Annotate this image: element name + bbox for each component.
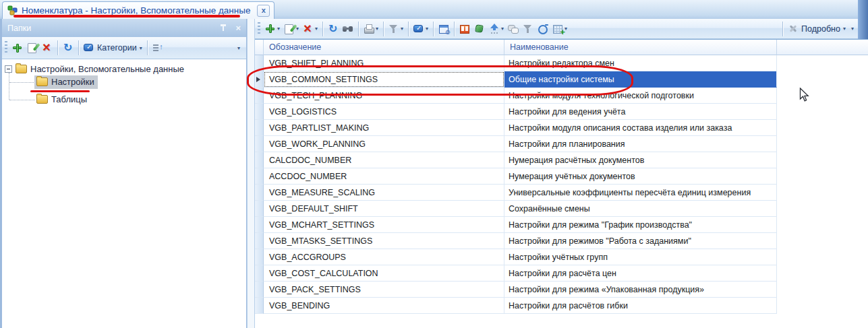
cell-name[interactable]: Настройки редактора смен [504, 55, 777, 71]
row-indicator [255, 152, 264, 168]
cell-code[interactable]: VGB_LOGISTICS [264, 104, 504, 120]
table-row[interactable]: VGB_PACK_SETTINGSНастройки для режима «У… [255, 282, 868, 298]
cell-code[interactable]: VGB_WORK_PLANNING [264, 136, 504, 152]
cell-name[interactable]: Настройки учётных групп [504, 249, 777, 265]
print-button[interactable]: ▾ [361, 21, 380, 37]
table-row[interactable]: VGB_TECH_PLANNINGНастройки модуля технол… [255, 88, 868, 104]
cell-name[interactable]: Универсальные коэффициенты пересчёта еди… [504, 185, 777, 201]
cell-code[interactable]: VGB_MTASKS_SETTINGS [264, 233, 504, 249]
apply-button[interactable] [472, 21, 487, 37]
cell-code[interactable]: VGB_PARTLIST_MAKING [264, 120, 504, 136]
add-button[interactable]: ▾ [263, 21, 282, 37]
focused-row-arrow-icon [256, 77, 260, 82]
table-row[interactable]: VGB_MCHART_SETTINGSНастройки для режима … [255, 217, 868, 233]
filter-button[interactable]: ▾ [386, 21, 405, 37]
panel-splitter[interactable] [247, 19, 255, 328]
row-indicator [255, 201, 264, 217]
cell-name[interactable]: Сохранённые смены [504, 201, 777, 217]
card-view-button[interactable] [457, 21, 472, 37]
indicator-header [255, 40, 264, 55]
table-row[interactable]: VGB_MEASURE_SCALINGУниверсальные коэффиц… [255, 185, 868, 201]
edit-button[interactable] [25, 40, 40, 56]
cell-code[interactable]: VGB_BENDING [264, 298, 504, 314]
table-row[interactable]: VGB_MTASKS_SETTINGSНастройки для режимов… [255, 233, 868, 249]
column-header-name[interactable]: Наименование [504, 40, 777, 55]
cell-code[interactable]: VGB_TECH_PLANNING [264, 88, 504, 104]
refresh-button[interactable] [326, 21, 341, 37]
tree-item[interactable]: Настройки [34, 75, 98, 89]
panel-close-icon[interactable]: × [235, 24, 241, 32]
cell-code[interactable]: VGB_PACK_SETTINGS [264, 282, 504, 298]
toolbar-overflow-button[interactable]: ▾ [848, 21, 856, 37]
edit-button[interactable]: ▾ [282, 21, 301, 37]
export-button[interactable]: ▾ [487, 21, 506, 37]
cell-name[interactable]: Настройки для планирования [504, 136, 777, 152]
cell-code[interactable]: VGB_MCHART_SETTINGS [264, 217, 504, 233]
cell-code[interactable]: VGB_COST_CALCULATION [264, 265, 504, 282]
table-row[interactable]: VGB_SHIFT_PLANNINGНастройки редактора см… [255, 55, 868, 71]
table-row[interactable]: CALCDOC_NUMBERНумерация расчётных докуме… [255, 152, 868, 168]
pin-icon[interactable] [219, 24, 227, 33]
categories-button[interactable]: ▾ [411, 21, 430, 37]
detail-button[interactable]: Подробно ▾ [786, 21, 848, 37]
comments-button[interactable] [506, 21, 521, 37]
tree-item[interactable]: Таблицы [34, 93, 90, 106]
cell-name[interactable]: Настройки для режимов "Работа с заданиям… [504, 233, 777, 249]
table-row[interactable]: ACCDOC_NUMBERНумерация учётных документо… [255, 168, 868, 185]
column-filter-button[interactable] [521, 21, 536, 37]
cell-code[interactable]: CALCDOC_NUMBER [264, 152, 504, 168]
search-button[interactable] [341, 21, 355, 37]
table-row[interactable]: VGB_COST_CALCULATIONНастройки для расчёт… [255, 265, 868, 282]
table-row[interactable]: VGB_BENDINGНастройки для расчётов гибки [255, 298, 868, 314]
tab-strip: Номенклатура - Настройки, Вспомогательны… [0, 0, 868, 20]
cell-name[interactable]: Настройки для расчётов гибки [504, 298, 777, 314]
cell-name[interactable]: Нумерация учётных документов [504, 168, 777, 185]
column-header-code[interactable]: Обозначение [264, 40, 504, 55]
row-filler [777, 265, 868, 282]
table-row[interactable]: VGB_DEFAULT_SHIFTСохранённые смены [255, 201, 868, 217]
toolbar-grip[interactable] [258, 22, 260, 36]
application-window: Номенклатура - Настройки, Вспомогательны… [0, 0, 868, 328]
cell-name[interactable]: Настройки для ведения учёта [504, 104, 777, 120]
tree-root-item[interactable]: Настройки, Вспомогательные данные [5, 64, 184, 74]
cell-name[interactable]: Настройки модуля описания состава издели… [504, 120, 777, 136]
add-table-button[interactable]: ▾ [550, 21, 569, 37]
cell-name[interactable]: Настройки для режима «Упакованная продук… [504, 282, 777, 298]
cell-name[interactable]: Настройки для режима "График производств… [504, 217, 777, 233]
tab-close-button[interactable]: x [257, 5, 270, 17]
cell-code[interactable]: VGB_COMMON_SETTINGS [264, 71, 504, 88]
folders-panel-header: Папки × [2, 19, 246, 37]
cell-name[interactable]: Общие настройки системы [504, 71, 777, 88]
table-row[interactable]: VGB_COMMON_SETTINGSОбщие настройки систе… [255, 71, 868, 88]
cell-name[interactable]: Нумерация расчётных документов [504, 152, 777, 168]
timer-button[interactable] [536, 21, 550, 37]
add-button[interactable] [10, 40, 25, 56]
cell-code[interactable]: VGB_MEASURE_SCALING [264, 185, 504, 201]
cell-code[interactable]: VGB_SHIFT_PLANNING [264, 55, 504, 71]
document-tab[interactable]: Номенклатура - Настройки, Вспомогательны… [2, 1, 274, 19]
chevron-down-icon: ▾ [843, 26, 846, 32]
categories-button[interactable]: Категории ▾ [82, 40, 144, 56]
delete-button[interactable] [40, 40, 55, 56]
table-row[interactable]: VGB_PARTLIST_MAKINGНастройки модуля опис… [255, 120, 868, 136]
cell-code[interactable]: ACCDOC_NUMBER [264, 168, 504, 185]
cell-name[interactable]: Настройки модуля технологической подгото… [504, 88, 777, 104]
detail-label: Подробно [801, 24, 840, 34]
cell-code[interactable]: VGB_ACCGROUPS [264, 249, 504, 265]
group-sort-button[interactable] [150, 40, 165, 56]
row-indicator [255, 233, 264, 249]
toolbar-grip[interactable] [5, 41, 7, 55]
window-settings-button[interactable] [436, 21, 451, 37]
row-indicator [255, 249, 264, 265]
cell-name[interactable]: Настройки для расчёта цен [504, 265, 777, 282]
categories-label: Категории [97, 43, 137, 53]
collapse-expander-icon[interactable] [5, 65, 12, 73]
toolbar-overflow-button[interactable]: ▾ [234, 40, 242, 56]
cell-code[interactable]: VGB_DEFAULT_SHIFT [264, 201, 504, 217]
table-row[interactable]: VGB_WORK_PLANNINGНастройки для планирова… [255, 136, 868, 152]
delete-button[interactable]: ▾ [301, 21, 320, 37]
table-row[interactable]: VGB_ACCGROUPSНастройки учётных групп [255, 249, 868, 265]
folder-icon [36, 77, 48, 86]
table-row[interactable]: VGB_LOGISTICSНастройки для ведения учёта [255, 104, 868, 120]
refresh-button[interactable] [61, 40, 76, 56]
